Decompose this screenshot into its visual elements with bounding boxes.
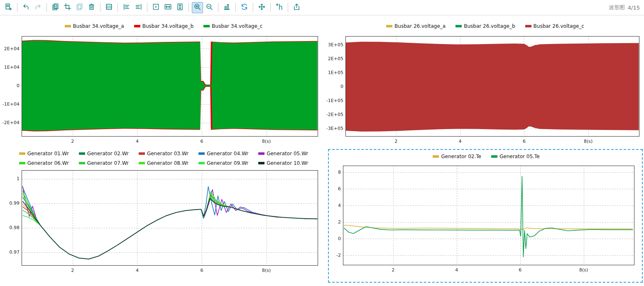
toolbar-separator	[47, 3, 47, 12]
export-image-icon	[293, 3, 301, 12]
fit-horizontal-button[interactable]	[162, 2, 174, 13]
legend-swatch	[198, 152, 205, 155]
legend-swatch	[525, 25, 531, 27]
crop-icon	[64, 3, 71, 12]
copy-page-button[interactable]	[50, 2, 61, 13]
toolbar-separator	[270, 3, 271, 12]
marquee-zoom-button[interactable]	[150, 2, 162, 13]
legend-swatch	[139, 152, 145, 155]
legend-swatch	[455, 25, 462, 27]
generator-te-chart[interactable]	[331, 161, 639, 276]
curve-list-left-button[interactable]	[121, 2, 132, 13]
legend-swatch	[139, 162, 145, 164]
legend-label: Busbar 26.voltage_b	[464, 23, 515, 29]
legend-item: Generator 01.Wr	[19, 151, 69, 156]
toolbar-buttons	[2, 2, 303, 13]
legend-label: Generator 02.Te	[441, 154, 481, 159]
merge-rows-button[interactable]	[103, 2, 115, 13]
generator-wr-panel[interactable]: Generator 01.WrGenerator 02.WrGenerator …	[0, 147, 325, 283]
legend-label: Generator 08.Wr	[147, 160, 189, 166]
legend-item: Generator 05.Te	[491, 154, 540, 159]
toolbar-separator	[218, 3, 218, 12]
undo-button[interactable]	[20, 2, 32, 13]
pan-move-button[interactable]	[256, 2, 267, 13]
legend-item: Generator 08.Wr	[139, 160, 189, 166]
pan-move-icon	[258, 3, 266, 12]
curve-list-right-button[interactable]	[133, 2, 144, 13]
chart-grid: Busbar 34.voltage_aBusbar 34.voltage_bBu…	[0, 15, 644, 283]
toolbar-separator	[100, 3, 100, 12]
toolbar-separator	[288, 3, 288, 12]
busbar-26-legend: Busbar 26.voltage_aBusbar 26.voltage_bBu…	[326, 22, 644, 30]
legend-label: Generator 05.Te	[500, 154, 540, 159]
delete-button[interactable]	[86, 2, 97, 13]
marquee-zoom-icon	[152, 3, 160, 12]
legend-item: Busbar 26.voltage_a	[386, 23, 446, 29]
page-indicator: 波形图 4/15	[609, 4, 640, 11]
legend-label: Generator 01.Wr	[27, 151, 69, 156]
merge-rows-icon	[105, 3, 113, 12]
legend-item: Busbar 34.voltage_b	[134, 23, 193, 29]
legend-label: Generator 03.Wr	[147, 151, 189, 156]
legend-item: Generator 10.Wr	[258, 160, 308, 166]
zoom-in-icon	[193, 3, 201, 12]
legend-item: Busbar 34.voltage_c	[203, 23, 262, 29]
legend-item: Generator 06.Wr	[19, 160, 69, 166]
export-waveform-button[interactable]	[3, 2, 14, 13]
page-number: 4/15	[628, 5, 640, 11]
legend-swatch	[65, 25, 71, 27]
busbar-34-legend: Busbar 34.voltage_aBusbar 34.voltage_bBu…	[2, 22, 325, 30]
legend-swatch	[79, 162, 85, 164]
fit-horizontal-icon	[164, 3, 172, 12]
crop-button[interactable]	[62, 2, 73, 13]
legend-item: Generator 07.Wr	[79, 160, 129, 166]
legend-label: Generator 04.Wr	[207, 151, 248, 156]
legend-swatch	[79, 152, 85, 155]
export-image-button[interactable]	[291, 2, 302, 13]
generator-wr-chart[interactable]	[2, 167, 323, 276]
redo-button[interactable]	[32, 2, 44, 13]
statistics-button[interactable]	[221, 2, 233, 13]
busbar-34-voltage-chart[interactable]	[2, 31, 323, 147]
legend-item: Generator 03.Wr	[139, 151, 189, 156]
legend-label: Generator 05.Wr	[267, 151, 308, 156]
busbar-26-voltage-panel[interactable]: Busbar 26.voltage_aBusbar 26.voltage_bBu…	[325, 15, 644, 147]
toolbar-separator	[235, 3, 236, 12]
generator-wr-legend: Generator 01.WrGenerator 02.WrGenerator …	[12, 151, 315, 166]
generator-te-panel-selected[interactable]: Generator 02.TeGenerator 05.Te	[328, 149, 643, 283]
export-waveform-icon	[5, 3, 12, 12]
delete-icon	[88, 3, 95, 12]
toolbar-separator	[253, 3, 253, 12]
legend-swatch	[19, 152, 25, 155]
refresh-button[interactable]	[239, 2, 250, 13]
toolbar-separator	[147, 3, 147, 12]
legend-item: Generator 02.Wr	[79, 151, 129, 156]
legend-label: Busbar 34.voltage_b	[142, 23, 193, 29]
busbar-26-voltage-chart[interactable]	[326, 31, 643, 147]
toolbar-separator	[189, 3, 189, 12]
curve-list-left-icon	[122, 3, 130, 12]
fit-vertical-button[interactable]	[174, 2, 186, 13]
legend-item: Generator 05.Wr	[258, 151, 308, 156]
legend-label: Busbar 34.voltage_a	[73, 23, 124, 29]
toolbar: 波形图 4/15	[0, 0, 644, 15]
probe-button[interactable]	[274, 2, 285, 13]
duplicate-button[interactable]	[74, 2, 85, 13]
legend-item: Generator 09.Wr	[198, 160, 248, 166]
busbar-34-voltage-panel[interactable]: Busbar 34.voltage_aBusbar 34.voltage_bBu…	[0, 15, 325, 147]
legend-item: Generator 02.Te	[433, 154, 481, 159]
legend-swatch	[19, 162, 25, 164]
fit-vertical-icon	[176, 3, 184, 12]
toolbar-separator	[118, 3, 118, 12]
legend-swatch	[433, 155, 439, 158]
legend-label: Generator 10.Wr	[267, 160, 308, 166]
page-title: 波形图	[609, 4, 625, 11]
zoom-out-button[interactable]	[204, 2, 215, 13]
legend-item: Busbar 26.voltage_c	[525, 23, 584, 29]
legend-item: Busbar 26.voltage_b	[455, 23, 515, 29]
legend-label: Busbar 26.voltage_c	[534, 23, 584, 29]
zoom-in-button[interactable]	[192, 2, 203, 13]
legend-label: Busbar 34.voltage_c	[212, 23, 262, 29]
toolbar-separator	[17, 3, 17, 12]
legend-item: Busbar 34.voltage_a	[65, 23, 124, 29]
